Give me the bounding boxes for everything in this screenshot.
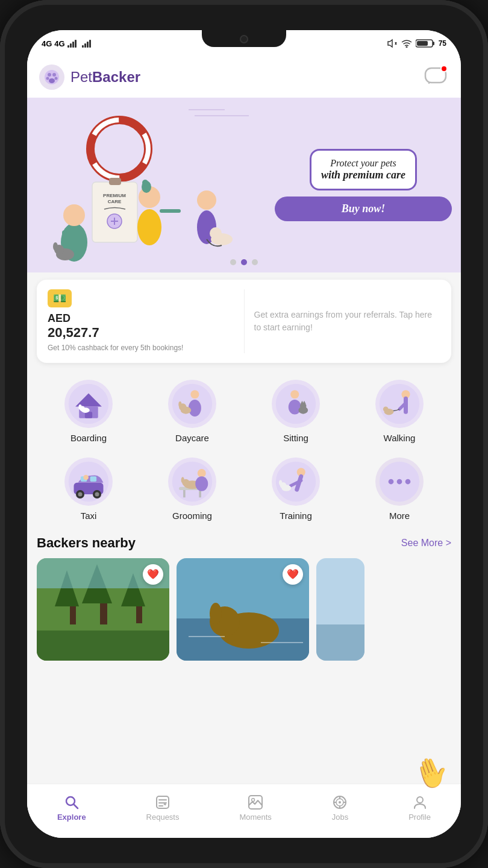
svg-point-53 bbox=[190, 390, 199, 398]
banner-dots bbox=[230, 259, 258, 265]
svg-rect-4 bbox=[82, 45, 84, 48]
svg-point-10 bbox=[405, 46, 407, 48]
banner-line2: with premium care bbox=[321, 169, 405, 182]
earnings-amount: 20,527.7 bbox=[48, 325, 234, 341]
notch bbox=[202, 30, 286, 47]
svg-rect-3 bbox=[75, 40, 77, 48]
dot-3[interactable] bbox=[252, 259, 258, 265]
moments-label: Moments bbox=[239, 813, 271, 822]
banner[interactable]: PREMIUM CARE bbox=[27, 98, 461, 272]
profile-icon bbox=[412, 794, 428, 810]
signal-icon bbox=[67, 39, 80, 48]
service-taxi[interactable]: Taxi bbox=[37, 453, 140, 526]
backers-row: ❤️ bbox=[27, 558, 461, 661]
service-boarding[interactable]: Boarding bbox=[37, 375, 140, 448]
nav-jobs[interactable]: Jobs bbox=[325, 790, 355, 826]
jobs-label: Jobs bbox=[332, 813, 348, 822]
svg-point-97 bbox=[389, 479, 394, 484]
svg-point-76 bbox=[78, 492, 83, 496]
service-more[interactable]: More bbox=[348, 453, 451, 526]
service-taxi-label: Taxi bbox=[81, 511, 97, 521]
service-walking-label: Walking bbox=[384, 433, 416, 443]
service-daycare-label: Daycare bbox=[175, 433, 209, 443]
nav-profile[interactable]: Profile bbox=[401, 790, 438, 826]
svg-point-70 bbox=[383, 406, 389, 412]
banner-content[interactable]: Protect your pets with premium care Buy … bbox=[266, 140, 461, 231]
earnings-referral-text: Get extra earnings from your referrals. … bbox=[254, 309, 441, 334]
svg-rect-6 bbox=[87, 42, 89, 48]
svg-point-59 bbox=[290, 390, 299, 398]
services-grid: Boarding bbox=[27, 370, 461, 526]
dot-2[interactable] bbox=[241, 259, 247, 265]
app-header: PetBacker bbox=[27, 57, 461, 98]
banner-text-box: Protect your pets with premium care bbox=[310, 149, 417, 191]
logo-icon bbox=[39, 64, 64, 90]
profile-label: Profile bbox=[408, 813, 431, 822]
service-daycare[interactable]: Daycare bbox=[140, 375, 244, 448]
svg-rect-7 bbox=[89, 40, 91, 48]
svg-point-16 bbox=[52, 73, 56, 77]
nav-moments[interactable]: Moments bbox=[232, 790, 278, 826]
backer-card-3[interactable] bbox=[316, 558, 364, 661]
backer-heart-1[interactable]: ❤️ bbox=[143, 564, 163, 585]
svg-point-45 bbox=[210, 227, 222, 239]
service-training[interactable]: Training bbox=[244, 453, 348, 526]
backer-card-1[interactable]: ❤️ bbox=[37, 558, 169, 661]
svg-rect-36 bbox=[160, 209, 181, 213]
phone-frame: 4G 4G 16:31 bbox=[0, 0, 488, 868]
logo-area: PetBacker bbox=[39, 64, 140, 90]
earnings-currency: AED bbox=[48, 312, 234, 325]
moments-icon bbox=[248, 794, 263, 810]
svg-rect-105 bbox=[100, 603, 107, 624]
svg-point-86 bbox=[181, 477, 184, 483]
service-training-circle bbox=[272, 458, 320, 506]
wifi-icon bbox=[401, 39, 412, 48]
service-grooming-circle bbox=[168, 458, 216, 506]
status-right: 75 bbox=[387, 39, 446, 48]
svg-point-60 bbox=[289, 400, 301, 415]
bottom-nav: Explore Requests bbox=[27, 784, 461, 838]
svg-point-78 bbox=[95, 492, 99, 496]
service-sitting[interactable]: Sitting bbox=[244, 375, 348, 448]
svg-rect-29 bbox=[92, 182, 137, 242]
battery-label: 75 bbox=[439, 39, 446, 48]
svg-point-98 bbox=[397, 479, 402, 484]
backer-img-3 bbox=[316, 558, 364, 661]
chat-button[interactable] bbox=[422, 64, 449, 90]
service-taxi-circle bbox=[64, 458, 113, 506]
battery-icon bbox=[416, 39, 435, 48]
backer-card-2[interactable]: ❤️ bbox=[177, 558, 309, 661]
nav-requests[interactable]: Requests bbox=[139, 790, 187, 826]
backers-section-header: Backers nearby See More > bbox=[27, 526, 461, 558]
svg-rect-2 bbox=[72, 42, 74, 48]
backer-heart-2[interactable]: ❤️ bbox=[283, 564, 303, 585]
svg-rect-30 bbox=[109, 178, 121, 185]
earnings-right[interactable]: Get extra earnings from your referrals. … bbox=[254, 289, 441, 353]
svg-point-35 bbox=[137, 209, 161, 245]
see-more-button[interactable]: See More > bbox=[401, 538, 451, 549]
svg-point-87 bbox=[198, 469, 206, 477]
front-camera bbox=[240, 35, 248, 43]
banner-buy-button[interactable]: Buy now! bbox=[275, 197, 452, 221]
svg-point-39 bbox=[53, 242, 58, 251]
svg-point-95 bbox=[279, 480, 282, 485]
svg-rect-5 bbox=[84, 43, 86, 48]
service-grooming[interactable]: Grooming bbox=[140, 453, 244, 526]
svg-point-88 bbox=[195, 476, 208, 491]
notification-dot bbox=[440, 65, 448, 72]
earnings-card[interactable]: 💵 AED 20,527.7 Get 10% cashback for ever… bbox=[37, 280, 451, 363]
mute-icon bbox=[387, 39, 398, 48]
service-boarding-label: Boarding bbox=[70, 433, 107, 443]
service-walking[interactable]: Walking bbox=[348, 375, 451, 448]
svg-point-125 bbox=[252, 799, 255, 802]
main-scroll[interactable]: PREMIUM CARE bbox=[27, 98, 461, 798]
earnings-note: Get 10% cashback for every 5th bookings! bbox=[48, 343, 234, 353]
svg-point-113 bbox=[210, 603, 222, 624]
svg-point-65 bbox=[380, 384, 420, 424]
service-walking-circle bbox=[375, 380, 424, 428]
svg-point-41 bbox=[142, 180, 148, 186]
svg-point-79 bbox=[83, 474, 89, 480]
dot-1[interactable] bbox=[230, 259, 236, 265]
nav-explore[interactable]: Explore bbox=[50, 790, 93, 826]
svg-point-133 bbox=[417, 797, 423, 803]
